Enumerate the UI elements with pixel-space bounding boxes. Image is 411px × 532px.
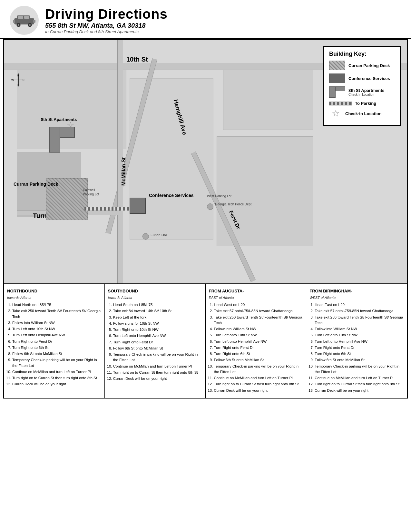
direction-step: Turn Right onto 6th St [214,351,303,357]
label-10th-st: 10th St [126,56,148,63]
map-area: 10th St Hemphill Ave McMillan St Ferst D… [3,39,408,284]
key-item-curran: Curran Parking Deck [329,61,395,70]
direction-step: Take exit 57 ontol-75/I-85N toward Chatt… [315,308,404,314]
direction-step: Follow into William St NW [315,326,404,332]
label-gt-police: Georgia Tech Police Dept [215,202,251,206]
dir-steps-3: Head East on I-20Take exit 57 ontol-75/I… [309,302,404,393]
svg-text:E: E [23,78,24,82]
svg-text:N: N [17,74,20,77]
key-item-apartments: 8th St Apartments Check In Location [329,86,395,98]
direction-step: Take exit 250 toward Tenth St/ Fourteent… [315,315,404,326]
direction-step: Turn Right onto Ferst Dr [113,340,202,345]
direction-step: Keep Left at the fork [113,315,202,320]
directions-section: NORTHBOUND towards Atlanta Head North on… [3,284,408,399]
label-curran-deck: Curran Parking Deck [14,182,58,187]
label-apartments: 8th St Apartments [41,117,77,122]
direction-step: Turn Left onto 10th St NW [214,332,303,338]
page-header: Driving Directions 555 8th St NW, Atlant… [0,0,411,39]
direction-step: Head South on I-85/I-75 [113,302,202,308]
gt-police-dot [207,203,213,210]
campus-block-ne [223,65,313,130]
directions-southbound: SOUTHBOUND towards Atlanta Head South on… [105,284,206,398]
curran-swatch [329,61,345,70]
dir-heading-1: SOUTHBOUND [108,288,202,294]
direction-step: Turn Right onto Ferst Dr [214,345,303,350]
compass: N S W E [10,72,26,88]
direction-step: Follow 6th St onto McMillan St [315,357,404,363]
label-fulton-hall: Fulton Hall [151,233,168,237]
direction-step: Turn right on to Curran St then turn rig… [214,381,303,387]
svg-rect-8 [13,20,15,23]
direction-step: Turn right on to Curran St then turn rig… [315,381,404,387]
direction-step: Follow 6th St onto McMillan St [214,357,303,363]
parking-swatch [329,102,352,105]
directions-augusta: FROM AUGUSTA- EAST of Atlanta Head West … [206,284,307,398]
building-key-title: Building Key: [329,51,395,57]
svg-text:W: W [11,78,14,82]
subtitle-line: to Curran Parking Deck and 8th Street Ap… [45,29,168,34]
directions-northbound: NORTHBOUND towards Atlanta Head North on… [4,284,105,398]
direction-step: Temporary Check-in parking will be on yo… [315,364,404,375]
direction-step: Follow 6th St onto McMillan St [12,351,101,357]
dir-steps-0: Head North on I-85/I-75Take exit 250 tow… [7,302,101,387]
svg-text:S: S [17,84,19,87]
direction-step: Turn Left onto Hemphill Ave NW [12,332,101,338]
label-mcmillan: McMillan St [121,157,127,186]
building-key: Building Key: Curran Parking Deck Confer… [323,46,401,126]
direction-step: Continue on McMillan and turn Left on Tu… [113,364,202,369]
direction-step: Continue on McMillan and turn Left on Tu… [315,375,404,381]
key-label-curran: Curran Parking Deck [348,63,390,68]
direction-step: Turn Right onto Ferst Dr [12,339,101,344]
svg-rect-9 [33,20,35,23]
direction-step: Turn Left onto 10th St NW [315,332,404,338]
conference-building [130,198,146,214]
header-text-block: Driving Directions 555 8th St NW, Atlant… [45,6,168,34]
direction-step: Temporary Check-in parking will be on yo… [12,357,101,369]
direction-step: Curran Deck will be on your right [12,381,101,387]
address-line: 555 8th St NW, Atlanta, GA 30318 [45,22,168,29]
direction-step: Follow signs for 10th St NW [113,321,202,326]
key-item-checkin: ☆ Check-in Location [329,109,395,118]
direction-step: Take exit 250 toward Tenth St/ Fourteent… [12,308,101,320]
direction-step: Take exit 250 toward Tenth St/ Fourteent… [214,315,303,326]
dir-heading-3: FROM BIRMINGHAM- [309,288,404,294]
direction-step: Temporary Check-in parking will be on yo… [214,364,303,375]
key-item-parking: To Parking [329,101,395,106]
direction-step: Turn right on to Curran St then turn rig… [113,370,202,375]
direction-step: Follow 6th St onto McMillan St [113,346,202,351]
fulton-hall-dot [142,233,149,240]
direction-step: Curran Deck will be on your right [113,376,202,381]
direction-step: Head West on I-20 [214,302,303,308]
key-item-conference: Conference Services [329,74,395,83]
dir-sub-0: towards Atlanta [7,295,101,300]
direction-step: Head East on I-20 [315,302,404,308]
direction-step: Curran Deck will be on your right [315,388,404,393]
direction-step: Continue on McMillan and turn Left on Tu… [214,375,303,381]
dir-steps-1: Head South on I-85/I-75Take exit 84 towa… [108,302,202,381]
direction-step: Continue on McMillan and turn Left on Tu… [12,369,101,375]
parking-path [84,207,130,211]
direction-step: Turn Right onto Ferst Dr [315,345,404,350]
key-label-conference: Conference Services [348,76,390,81]
car-icon [10,6,39,35]
apartments-swatch [329,86,345,98]
label-conference: Conference Services [149,193,194,198]
direction-step: Turn Right onto 10th St NW [113,327,202,332]
dir-sub-2: EAST of Atlanta [209,295,303,300]
direction-step: Take exit 57 ontol-75/I-85N toward Chatt… [214,308,303,314]
direction-step: Turn Right onto 6th St [315,351,404,357]
dir-heading-0: NORTHBOUND [7,288,101,294]
conference-swatch [329,74,345,83]
key-label-parking: To Parking [355,101,376,106]
key-label-apartments: 8th St Apartments Check In Location [348,88,384,96]
direction-step: Head North on I-85/I-75 [12,302,101,308]
direction-step: Turn Right onto 6th St [12,345,101,350]
direction-step: Temporary Check-in parking will be on yo… [113,352,202,363]
dir-sub-1: towards Atlanta [108,295,202,300]
direction-step: Turn Left onto Hemphill Ave NW [113,333,202,339]
key-label-checkin: Check-in Location [345,111,382,116]
direction-step: Follow into William St NW [12,320,101,326]
direction-step: Turn Left onto Hemphill Ave NW [315,339,404,344]
dir-sub-3: WEST of Atlanta [309,295,404,300]
svg-rect-2 [18,16,23,19]
